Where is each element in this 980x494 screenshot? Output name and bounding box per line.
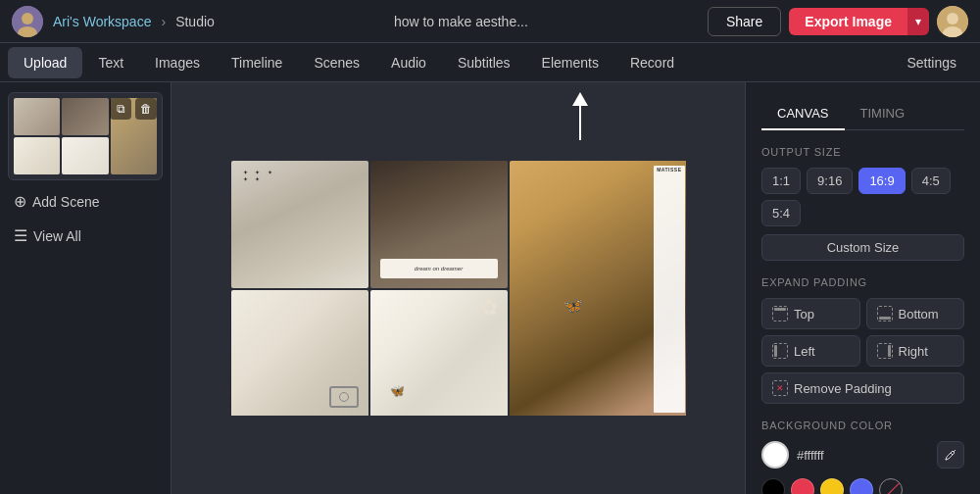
add-scene-button[interactable]: ⊕ Add Scene — [8, 188, 163, 215]
canvas-content: ✦ ✦ ✦✦ ✦ dream on dreamer MATISSE 🦋 — [231, 161, 686, 416]
padding-bottom-icon — [877, 306, 893, 321]
color-swatch-row: #ffffff — [761, 441, 964, 469]
padding-left-label: Left — [794, 344, 815, 359]
preset-yellow[interactable] — [820, 478, 844, 494]
dream-text-label: dream on dreamer — [380, 259, 498, 278]
remove-padding-button[interactable]: ✕ Remove Padding — [761, 372, 964, 404]
add-scene-label: Add Scene — [32, 194, 100, 210]
size-buttons: 1:1 9:16 16:9 4:5 5:4 — [761, 168, 964, 226]
canvas-area[interactable]: ✦ ✦ ✦✦ ✦ dream on dreamer MATISSE 🦋 — [172, 82, 745, 494]
delete-scene-button[interactable]: 🗑 — [135, 98, 157, 120]
size-16-9[interactable]: 16:9 — [858, 168, 905, 194]
padding-section: EXPAND PADDING Top Bottom — [761, 276, 964, 404]
padding-right-button[interactable]: Right — [866, 335, 965, 367]
view-all-button[interactable]: ☰ View All — [8, 222, 163, 249]
scene-thumbnail[interactable]: ⧉ 🗑 — [8, 92, 163, 180]
padding-buttons: Top Bottom Left — [761, 298, 964, 404]
remove-padding-icon: ✕ — [772, 380, 788, 396]
eyedropper-button[interactable] — [937, 441, 964, 469]
project-title: how to make aesthe... — [224, 14, 698, 29]
panel-tabs: CANVAS TIMING — [761, 98, 964, 130]
padding-bottom-label: Bottom — [899, 307, 939, 321]
matisse-tag: MATISSE — [654, 166, 684, 413]
svg-point-1 — [22, 13, 33, 25]
background-color-section: BACKGROUND COLOR #ffffff — [761, 420, 964, 494]
flower-decoration: ✿ — [480, 295, 498, 321]
color-swatch[interactable] — [761, 441, 789, 469]
export-button[interactable]: Export Image — [789, 8, 907, 35]
toolbar-text[interactable]: Text — [82, 47, 139, 78]
workspace-avatar — [12, 6, 43, 37]
padding-left-button[interactable]: Left — [761, 335, 860, 367]
main-layout: ⧉ 🗑 ⊕ Add Scene ☰ View All ✦ ✦ ✦✦ ✦ — [0, 82, 980, 494]
custom-size-button[interactable]: Custom Size — [761, 234, 964, 261]
bird-decoration: ✦ ✦ ✦✦ ✦ — [243, 169, 275, 182]
toolbar-audio[interactable]: Audio — [375, 47, 442, 78]
svg-point-4 — [947, 13, 958, 25]
toolbar-scenes[interactable]: Scenes — [298, 47, 375, 78]
butterfly-small-icon: 🦋 — [390, 384, 405, 398]
padding-bottom-button[interactable]: Bottom — [866, 298, 965, 329]
toolbar-timeline[interactable]: Timeline — [216, 47, 298, 78]
header-actions: Share Export Image ▾ — [708, 6, 968, 37]
collage-cell-2: dream on dreamer — [370, 161, 508, 288]
preset-black[interactable] — [761, 478, 785, 494]
output-size-label: OUTPUT SIZE — [761, 146, 964, 158]
sidebar: ⧉ 🗑 ⊕ Add Scene ☰ View All — [0, 82, 172, 494]
page-name: Studio — [175, 14, 215, 29]
size-4-5[interactable]: 4:5 — [911, 168, 951, 194]
svg-point-6 — [946, 459, 948, 461]
collage-cell-5: ✿ 🦋 — [370, 290, 508, 416]
toolbar-images[interactable]: Images — [139, 47, 216, 78]
padding-right-icon — [877, 343, 893, 359]
add-icon: ⊕ — [14, 192, 26, 211]
padding-top-icon — [772, 306, 788, 321]
workspace-name[interactable]: Ari's Workspace — [53, 14, 151, 29]
padding-right-label: Right — [899, 344, 928, 359]
user-avatar[interactable] — [937, 6, 968, 37]
header: Ari's Workspace › Studio how to make aes… — [0, 0, 980, 43]
color-hex-value[interactable]: #ffffff — [797, 448, 929, 463]
settings-button[interactable]: Settings — [891, 47, 972, 78]
arrow-indicator — [572, 92, 588, 140]
toolbar-elements[interactable]: Elements — [526, 47, 614, 78]
butterfly-icon: 🦋 — [564, 296, 583, 315]
preset-colors — [761, 478, 964, 494]
background-color-label: BACKGROUND COLOR — [761, 420, 964, 431]
camera-icon — [329, 386, 359, 408]
share-button[interactable]: Share — [708, 7, 781, 36]
export-btn-group: Export Image ▾ — [789, 8, 929, 35]
list-icon: ☰ — [14, 226, 27, 245]
size-1-1[interactable]: 1:1 — [761, 168, 801, 194]
collage-cell-3: MATISSE 🦋 — [510, 161, 686, 416]
duplicate-scene-button[interactable]: ⧉ — [110, 98, 131, 120]
preset-none[interactable] — [879, 478, 903, 494]
toolbar-subtitles[interactable]: Subtitles — [442, 47, 526, 78]
padding-top-label: Top — [794, 307, 814, 321]
preset-blue[interactable] — [850, 478, 873, 494]
collage-cell-1: ✦ ✦ ✦✦ ✦ — [231, 161, 368, 288]
preset-red[interactable] — [791, 478, 814, 494]
toolbar: Upload Text Images Timeline Scenes Audio… — [0, 43, 980, 82]
right-panel: CANVAS TIMING OUTPUT SIZE 1:1 9:16 16:9 … — [745, 82, 980, 494]
thumbnail-actions: ⧉ 🗑 — [110, 98, 157, 120]
remove-padding-label: Remove Padding — [794, 381, 892, 396]
collage-cell-4 — [231, 290, 368, 416]
collage-grid: ✦ ✦ ✦✦ ✦ dream on dreamer MATISSE 🦋 — [231, 161, 686, 416]
padding-top-button[interactable]: Top — [761, 298, 860, 329]
tab-canvas[interactable]: CANVAS — [761, 98, 845, 130]
toolbar-record[interactable]: Record — [614, 47, 690, 78]
padding-left-icon — [772, 343, 788, 359]
expand-padding-label: EXPAND PADDING — [761, 276, 964, 288]
size-5-4[interactable]: 5:4 — [761, 200, 801, 226]
size-9-16[interactable]: 9:16 — [807, 168, 853, 194]
toolbar-upload[interactable]: Upload — [8, 47, 82, 78]
view-all-label: View All — [33, 228, 81, 244]
breadcrumb-separator: › — [161, 14, 166, 29]
export-dropdown-button[interactable]: ▾ — [907, 8, 929, 35]
tab-timing[interactable]: TIMING — [845, 98, 921, 130]
